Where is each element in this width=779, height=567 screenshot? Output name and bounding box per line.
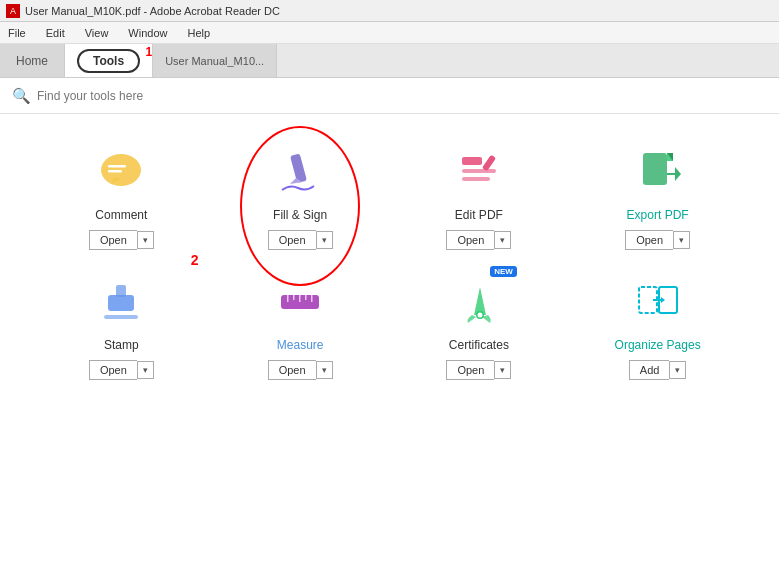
- comment-icon: [89, 144, 153, 200]
- certificates-name: Certificates: [449, 338, 509, 352]
- organize-pages-icon: [626, 274, 690, 330]
- svg-rect-19: [299, 295, 301, 302]
- comment-open-button[interactable]: Open: [89, 230, 137, 250]
- tool-card-export-pdf: Export PDF Open ▾: [576, 144, 739, 250]
- edit-pdf-icon: [447, 144, 511, 200]
- export-pdf-icon: [626, 144, 690, 200]
- app-icon: A: [6, 4, 20, 18]
- tab-bar: Home Tools 1 User Manual_M10...: [0, 44, 779, 78]
- menu-window[interactable]: Window: [124, 25, 171, 41]
- export-pdf-name: Export PDF: [627, 208, 689, 222]
- svg-rect-6: [462, 157, 482, 165]
- search-icon: 🔍: [12, 87, 31, 105]
- measure-name: Measure: [277, 338, 324, 352]
- edit-pdf-name: Edit PDF: [455, 208, 503, 222]
- tab-tools-wrapper: Tools 1: [77, 49, 140, 73]
- stamp-icon: [89, 274, 153, 330]
- tool-card-edit-pdf: Edit PDF Open ▾: [398, 144, 561, 250]
- certificates-btn-row: Open ▾: [446, 360, 511, 380]
- tools-grid: Comment Open ▾ Fill & Sign Open: [40, 144, 739, 380]
- fill-sign-dropdown-button[interactable]: ▾: [316, 231, 333, 249]
- search-bar: 🔍: [0, 78, 779, 114]
- svg-rect-7: [462, 169, 496, 173]
- svg-point-0: [101, 154, 141, 186]
- svg-point-23: [477, 313, 482, 318]
- tab-tools-label: Tools: [93, 54, 124, 68]
- measure-open-button[interactable]: Open: [268, 360, 316, 380]
- svg-rect-8: [462, 177, 490, 181]
- svg-rect-4: [290, 154, 307, 184]
- svg-rect-10: [643, 153, 667, 185]
- tab-tools[interactable]: Tools 1: [65, 44, 153, 77]
- organize-pages-add-button[interactable]: Add: [629, 360, 670, 380]
- fill-sign-name: Fill & Sign: [273, 208, 327, 222]
- tab-doc-label: User Manual_M10...: [165, 55, 264, 67]
- measure-btn-row: Open ▾: [268, 360, 333, 380]
- menu-file[interactable]: File: [4, 25, 30, 41]
- tab-home-label: Home: [16, 54, 48, 68]
- svg-rect-18: [293, 295, 295, 300]
- new-badge: NEW: [490, 266, 517, 277]
- export-pdf-open-button[interactable]: Open: [625, 230, 673, 250]
- tab-tools-circle[interactable]: Tools: [77, 49, 140, 73]
- organize-pages-name: Organize Pages: [615, 338, 701, 352]
- comment-name: Comment: [95, 208, 147, 222]
- menu-bar: File Edit View Window Help: [0, 22, 779, 44]
- measure-dropdown-button[interactable]: ▾: [316, 361, 333, 379]
- svg-marker-26: [661, 297, 665, 303]
- svg-rect-21: [311, 295, 313, 302]
- svg-rect-14: [116, 285, 126, 297]
- tool-card-stamp: Stamp Open ▾: [40, 274, 203, 380]
- tool-card-measure: Measure Open ▾: [219, 274, 382, 380]
- certificates-open-button[interactable]: Open: [446, 360, 494, 380]
- search-input[interactable]: [37, 89, 237, 103]
- fill-sign-icon: [268, 144, 332, 200]
- main-content: Comment Open ▾ Fill & Sign Open: [0, 114, 779, 400]
- stamp-name: Stamp: [104, 338, 139, 352]
- certificates-icon: NEW: [447, 274, 511, 330]
- annotation-2: 2: [191, 252, 199, 268]
- title-bar: A User Manual_M10K.pdf - Adobe Acrobat R…: [0, 0, 779, 22]
- measure-icon: [268, 274, 332, 330]
- fill-sign-open-button[interactable]: Open: [268, 230, 316, 250]
- export-pdf-dropdown-button[interactable]: ▾: [673, 231, 690, 249]
- svg-rect-9: [482, 155, 496, 172]
- edit-pdf-dropdown-button[interactable]: ▾: [494, 231, 511, 249]
- comment-dropdown-button[interactable]: ▾: [137, 231, 154, 249]
- svg-rect-13: [108, 295, 134, 311]
- certificates-dropdown-button[interactable]: ▾: [494, 361, 511, 379]
- annotation-1: 1: [145, 45, 152, 59]
- svg-rect-20: [305, 295, 307, 300]
- tool-card-comment: Comment Open ▾: [40, 144, 203, 250]
- tab-home[interactable]: Home: [0, 44, 65, 77]
- edit-pdf-btn-row: Open ▾: [446, 230, 511, 250]
- svg-rect-17: [287, 295, 289, 302]
- stamp-open-button[interactable]: Open: [89, 360, 137, 380]
- stamp-btn-row: Open ▾: [89, 360, 154, 380]
- tool-card-certificates: NEW Certificates Open ▾: [398, 274, 561, 380]
- menu-help[interactable]: Help: [183, 25, 214, 41]
- organize-pages-dropdown-button[interactable]: ▾: [669, 361, 686, 379]
- tab-document[interactable]: User Manual_M10...: [153, 44, 277, 77]
- stamp-dropdown-button[interactable]: ▾: [137, 361, 154, 379]
- menu-view[interactable]: View: [81, 25, 113, 41]
- edit-pdf-open-button[interactable]: Open: [446, 230, 494, 250]
- export-pdf-btn-row: Open ▾: [625, 230, 690, 250]
- menu-edit[interactable]: Edit: [42, 25, 69, 41]
- fill-sign-btn-row: Open ▾: [268, 230, 333, 250]
- svg-rect-2: [108, 170, 122, 173]
- comment-btn-row: Open ▾: [89, 230, 154, 250]
- svg-rect-1: [108, 165, 126, 168]
- svg-rect-15: [104, 315, 138, 319]
- window-title: User Manual_M10K.pdf - Adobe Acrobat Rea…: [25, 5, 280, 17]
- tool-card-fill-sign: Fill & Sign Open ▾ 2: [219, 144, 382, 250]
- organize-pages-btn-row: Add ▾: [629, 360, 687, 380]
- tool-card-organize-pages: Organize Pages Add ▾: [576, 274, 739, 380]
